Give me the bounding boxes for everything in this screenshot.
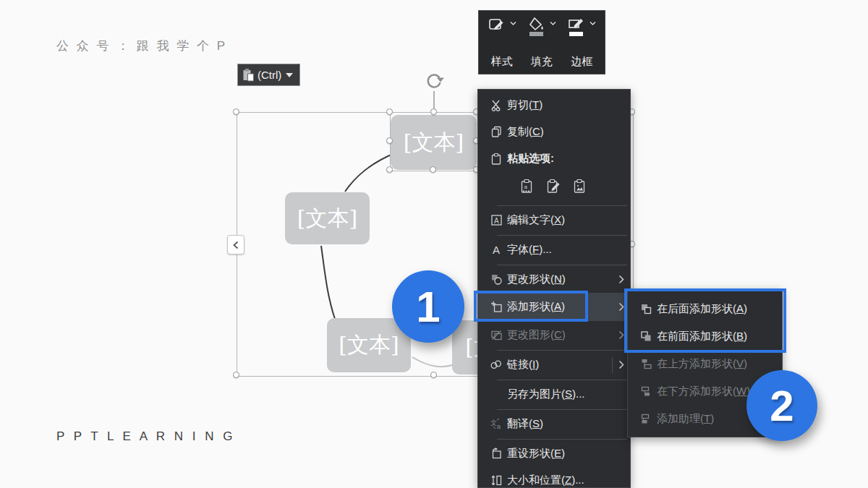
ctrl-label: (Ctrl) xyxy=(258,69,281,81)
size-position-icon xyxy=(485,474,507,487)
paste-picture-icon xyxy=(573,179,589,194)
menu-item-copy[interactable]: 复制(C) xyxy=(478,119,630,145)
dropdown-arrow-icon xyxy=(286,73,293,77)
rotate-handle-icon[interactable] xyxy=(423,70,445,92)
reset-shape-icon xyxy=(485,448,507,460)
cut-icon xyxy=(485,99,507,111)
watermark-top: 公 众 号 ： 跟 我 学 个 P xyxy=(56,38,227,54)
menu-item-save-as-picture[interactable]: 另存为图片(S)... xyxy=(478,381,630,408)
add-shape-icon xyxy=(485,301,507,313)
fill-icon xyxy=(527,17,548,38)
svg-text:a: a xyxy=(524,184,528,190)
paste-picture-button[interactable] xyxy=(573,179,589,197)
paste-formatting-button[interactable] xyxy=(546,179,562,197)
clipboard-paste-icon xyxy=(242,68,255,82)
border-label: 边框 xyxy=(571,55,592,68)
add-shape-after-icon xyxy=(635,303,657,315)
shape-handle[interactable] xyxy=(386,137,393,144)
change-graphic-icon xyxy=(485,329,507,341)
menu-item-label: 编辑文字(X) xyxy=(507,213,565,227)
style-icon xyxy=(488,17,508,35)
menu-item-label: 在前面添加形状(B) xyxy=(657,330,747,343)
shape-handle[interactable] xyxy=(386,166,393,173)
svg-text:A: A xyxy=(494,217,499,225)
fill-button[interactable]: 填充 xyxy=(522,15,561,69)
paste-options-row: a xyxy=(478,172,630,204)
selection-handle[interactable] xyxy=(430,108,437,115)
submenu-item-add-shape-after[interactable]: 在后面添加形状(A) xyxy=(628,295,782,322)
translate-icon: 文a xyxy=(485,418,507,430)
style-label: 样式 xyxy=(491,55,513,68)
smartart-shape-left[interactable]: [文本] xyxy=(285,192,370,244)
menu-item-label: 添加助理(T) xyxy=(657,412,714,426)
menu-item-label: 字体(F)... xyxy=(507,243,552,257)
menu-item-label: 剪切(T) xyxy=(507,98,542,112)
menu-item-label: 在后面添加形状(A) xyxy=(657,302,747,316)
menu-item-change-graphic: 更改图形(C) xyxy=(478,321,630,348)
watermark-bottom: P P T L E A R N I N G xyxy=(56,429,235,444)
fill-label: 填充 xyxy=(531,55,553,68)
menu-item-label: 更改形状(N) xyxy=(507,273,566,286)
menu-separator xyxy=(497,409,627,410)
menu-item-size-position[interactable]: 大小和位置(Z)... xyxy=(478,467,630,488)
style-button[interactable]: 样式 xyxy=(482,15,522,69)
slide-canvas: 公 众 号 ： 跟 我 学 个 P P P T L E A R N I N G … xyxy=(0,0,868,488)
add-assistant-icon xyxy=(635,413,657,425)
shape-handle[interactable] xyxy=(430,166,436,173)
add-shape-above-icon xyxy=(635,358,657,370)
menu-item-edit-text[interactable]: A 编辑文字(X) xyxy=(478,207,630,234)
selection-handle[interactable] xyxy=(430,372,437,378)
submenu-item-add-shape-before[interactable]: 在前面添加形状(B) xyxy=(628,322,782,350)
floating-format-toolbar: 样式 填充 xyxy=(478,10,605,74)
menu-separator xyxy=(497,439,627,440)
submenu-arrow-icon xyxy=(612,357,624,373)
submenu-arrow-icon xyxy=(618,275,624,284)
menu-separator xyxy=(497,235,627,236)
svg-text:文: 文 xyxy=(490,419,497,427)
text-pane-toggle-button[interactable] xyxy=(227,235,244,254)
clipboard-icon xyxy=(485,153,507,165)
add-shape-before-icon xyxy=(635,330,657,343)
paste-keep-text-button[interactable]: a xyxy=(520,179,535,197)
menu-item-font[interactable]: A 字体(F)... xyxy=(478,236,630,263)
menu-item-label: 在下方添加形状(W) xyxy=(657,385,750,398)
menu-item-label: 添加形状(A) xyxy=(507,300,565,314)
shape-placeholder-text: [文本] xyxy=(297,204,357,234)
paste-formatting-icon xyxy=(546,179,562,194)
selection-handle[interactable] xyxy=(233,372,239,378)
copy-icon xyxy=(485,126,507,138)
submenu-arrow-icon xyxy=(618,302,624,312)
menu-separator xyxy=(497,350,627,351)
border-button[interactable]: 边框 xyxy=(562,15,601,69)
menu-item-label: 重设形状(E) xyxy=(507,447,565,461)
chevron-down-icon xyxy=(550,21,556,27)
selection-handle[interactable] xyxy=(233,108,239,115)
menu-item-add-shape[interactable]: 添加形状(A) xyxy=(478,293,630,321)
add-shape-below-icon xyxy=(635,385,657,398)
submenu-item-add-shape-above: 在上方添加形状(V) xyxy=(628,350,782,377)
shape-handle[interactable] xyxy=(386,108,393,115)
context-menu: 剪切(T) 复制(C) 粘贴选项: a xyxy=(477,89,631,488)
menu-item-label: 大小和位置(Z)... xyxy=(507,474,584,487)
menu-item-link[interactable]: 链接(I) xyxy=(478,351,630,378)
link-icon xyxy=(485,359,507,371)
chevron-down-icon xyxy=(590,21,596,27)
step-2-badge: 2 xyxy=(746,370,817,441)
border-icon xyxy=(567,17,587,38)
shape-placeholder-text: [文本] xyxy=(339,330,399,360)
menu-item-translate[interactable]: 文a 翻译(S) xyxy=(478,411,630,437)
menu-item-change-shape[interactable]: 更改形状(N) xyxy=(478,266,630,293)
submenu-arrow-icon xyxy=(618,330,624,340)
menu-item-label: 链接(I) xyxy=(507,358,539,372)
step-1-badge: 1 xyxy=(392,270,464,343)
paste-options-ctrl-button[interactable]: (Ctrl) xyxy=(237,64,300,86)
chevron-down-icon xyxy=(510,21,516,27)
chevron-left-icon xyxy=(233,241,239,249)
paste-keep-text-icon: a xyxy=(520,179,535,194)
menu-separator xyxy=(497,380,627,380)
menu-item-label: 翻译(S) xyxy=(507,417,543,431)
menu-item-label: 在上方添加形状(V) xyxy=(657,357,747,371)
edit-text-icon: A xyxy=(485,214,507,226)
menu-item-reset-shape[interactable]: 重设形状(E) xyxy=(478,440,630,467)
menu-item-cut[interactable]: 剪切(T) xyxy=(478,92,630,119)
